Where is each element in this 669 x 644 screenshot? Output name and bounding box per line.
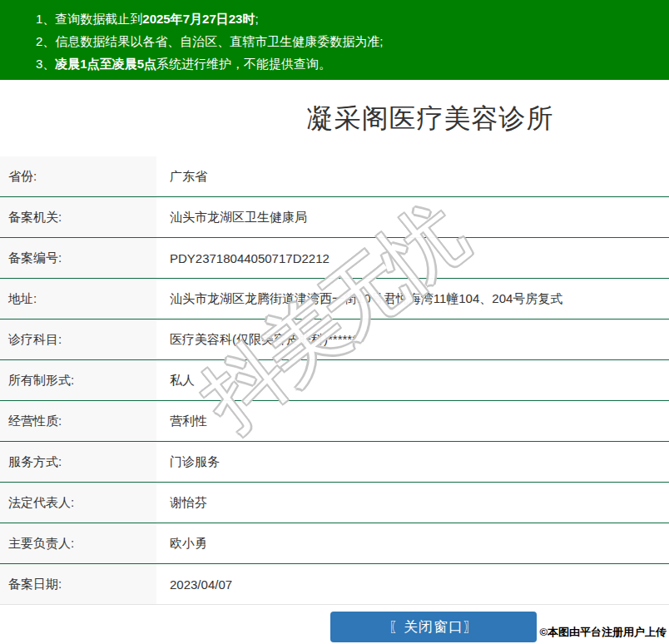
table-row: 诊疗科目: 医疗美容科(仅限美容皮肤科)******	[0, 320, 669, 360]
page-title: 凝采阁医疗美容诊所	[0, 80, 669, 156]
close-window-button[interactable]: 〖关闭窗口〗	[330, 612, 537, 642]
row-label: 备案编号:	[0, 238, 156, 278]
table-row: 主要负责人: 欧小勇	[0, 523, 669, 564]
notice-number: 1、	[36, 12, 55, 26]
notice-banner: 1、查询数据截止到2025年7月27日23时; 2、信息数据结果以各省、自治区、…	[0, 0, 669, 80]
row-value: PDY23718044050717D2212	[156, 238, 669, 278]
notice-number: 2、	[36, 34, 55, 48]
table-row: 法定代表人: 谢怡芬	[0, 483, 669, 523]
table-row: 备案日期: 2023/04/07	[0, 564, 669, 605]
upload-caption: ©本图由平台注册用户上传	[539, 625, 667, 640]
row-value: 欧小勇	[156, 523, 669, 563]
row-label: 地址:	[0, 279, 156, 319]
row-value: 广东省	[156, 156, 669, 196]
notice-line-1: 1、查询数据截止到2025年7月27日23时;	[0, 7, 669, 30]
notice-text: 系统进行维护，不能提供查询。	[156, 57, 331, 71]
table-row: 所有制形式: 私人	[0, 360, 669, 401]
notice-text: 查询数据截止到	[55, 12, 142, 26]
row-value: 2023/04/07	[156, 564, 669, 604]
row-label: 服务方式:	[0, 442, 156, 482]
row-label: 省份:	[0, 156, 156, 196]
table-row: 地址: 汕头市龙湖区龙腾街道津湾西一街10号君悦海湾11幢104、204号房复式	[0, 279, 669, 320]
row-label: 备案机关:	[0, 197, 156, 237]
row-label: 所有制形式:	[0, 360, 156, 400]
notice-text: 信息数据结果以各省、自治区、直辖市卫生健康委数据为准;	[55, 34, 383, 48]
row-label: 诊疗科目:	[0, 320, 156, 359]
info-table: 省份: 广东省 备案机关: 汕头市龙湖区卫生健康局 备案编号: PDY23718…	[0, 156, 669, 605]
notice-line-2: 2、信息数据结果以各省、自治区、直辖市卫生健康委数据为准;	[0, 30, 669, 52]
notice-text: ;	[255, 12, 258, 26]
row-value: 营利性	[156, 401, 669, 441]
notice-line-3: 3、凌晨1点至凌晨5点系统进行维护，不能提供查询。	[0, 52, 669, 75]
row-value: 医疗美容科(仅限美容皮肤科)******	[156, 320, 669, 359]
table-row: 备案编号: PDY23718044050717D2212	[0, 238, 669, 279]
table-row: 备案机关: 汕头市龙湖区卫生健康局	[0, 197, 669, 238]
row-label: 经营性质:	[0, 401, 156, 441]
row-value: 门诊服务	[156, 442, 669, 482]
row-label: 备案日期:	[0, 564, 156, 604]
notice-text-bold: 2025年7月27日23时	[142, 12, 255, 26]
table-row: 服务方式: 门诊服务	[0, 442, 669, 483]
row-label: 主要负责人:	[0, 523, 156, 563]
row-value: 谢怡芬	[156, 483, 669, 523]
row-label: 法定代表人:	[0, 483, 156, 523]
table-row: 经营性质: 营利性	[0, 401, 669, 442]
row-value: 汕头市龙湖区龙腾街道津湾西一街10号君悦海湾11幢104、204号房复式	[156, 279, 669, 319]
table-row: 省份: 广东省	[0, 156, 669, 197]
row-value: 私人	[156, 360, 669, 400]
notice-text-bold: 凌晨1点至凌晨5点	[55, 57, 156, 71]
notice-number: 3、	[36, 57, 55, 71]
row-value: 汕头市龙湖区卫生健康局	[156, 197, 669, 237]
